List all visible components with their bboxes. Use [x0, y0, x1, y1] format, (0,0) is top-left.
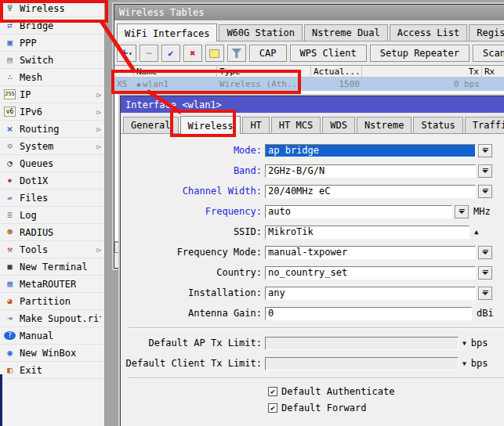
- sidebar-item-mesh[interactable]: ∴ Mesh ▷: [0, 69, 104, 86]
- channel-width-combobox[interactable]: 20/40MHz eC: [265, 185, 476, 198]
- name-column-header[interactable]: Name: [134, 66, 217, 77]
- sidebar-item-label: Partition: [20, 296, 71, 307]
- frequency-mode-dropdown-button[interactable]: [478, 246, 492, 259]
- tab-wifi-interfaces[interactable]: WiFi Interfaces: [117, 23, 217, 42]
- tab-access-list[interactable]: Access List: [390, 24, 467, 41]
- antenna-gain-input[interactable]: 0: [265, 307, 472, 320]
- default-authenticate-label: Default Authenticate: [281, 386, 395, 397]
- sidebar-item-log[interactable]: ≣ Log ▷: [0, 207, 104, 224]
- dropdown-icon[interactable]: ▼: [462, 360, 466, 367]
- installation-label: Installation:: [124, 287, 262, 298]
- band-dropdown-button[interactable]: [478, 164, 492, 178]
- dialog-tab-label: Wireless: [188, 121, 234, 132]
- sidebar-item-metarouter[interactable]: ▦ MetaROUTER ▷: [0, 276, 104, 293]
- system-icon: ⚙: [4, 141, 16, 151]
- remove-button[interactable]: −: [140, 45, 158, 62]
- collapse-up-icon[interactable]: ▲: [474, 228, 478, 236]
- routing-icon: ×: [4, 124, 16, 134]
- dropdown-icon[interactable]: ▼: [462, 340, 466, 347]
- dialog-tab-label: Nstreme: [364, 120, 404, 131]
- sidebar-item-files[interactable]: ▰ Files ▷: [0, 190, 104, 207]
- tab-label: W60G Station: [227, 27, 295, 38]
- default-client-tx-limit-input[interactable]: [265, 357, 459, 370]
- sidebar-item-routing[interactable]: × Routing ▷: [0, 121, 104, 138]
- default-ap-tx-limit-label: Default AP Tx Limit:: [124, 338, 262, 348]
- dialog-tab-traffic[interactable]: Traffic: [465, 117, 504, 133]
- row-type: Wireless (Ath...: [217, 78, 311, 91]
- default-authenticate-checkbox[interactable]: ✔: [268, 387, 277, 396]
- sidebar-item-system[interactable]: ⚙ System ▷: [0, 138, 104, 155]
- tab-registration[interactable]: Registration: [469, 24, 504, 41]
- supout-file-icon: ⇥: [4, 313, 16, 323]
- sidebar-item-tools[interactable]: ⚒ Tools ▷: [0, 241, 104, 258]
- default-forward-label: Default Forward: [281, 403, 366, 413]
- sidebar-item-ipv6[interactable]: v6 IPv6 ▷: [0, 103, 104, 121]
- dialog-tab-wds[interactable]: WDS: [322, 117, 355, 133]
- cap-button[interactable]: CAP: [249, 45, 287, 62]
- type-column-header[interactable]: Type: [217, 66, 311, 77]
- wps-client-button[interactable]: WPS Client: [290, 45, 367, 62]
- enable-button[interactable]: ✔: [161, 45, 180, 62]
- tab-label: Registration: [477, 27, 504, 38]
- sidebar-item-exit[interactable]: ◧ Exit ▷: [0, 362, 104, 379]
- sidebar-item-ppp[interactable]: ▣ PPP ▷: [0, 34, 104, 52]
- ssid-input[interactable]: MikroTik: [265, 226, 470, 239]
- scan-button[interactable]: Scan: [473, 45, 504, 62]
- sidebar-item-ip[interactable]: 255 IP ▷: [0, 86, 104, 103]
- sidebar-item-make-supout[interactable]: ⇥ Make Supout.rif ▷: [0, 310, 104, 327]
- tab-w60g-station[interactable]: W60G Station: [219, 24, 303, 41]
- sidebar-item-queues[interactable]: ◔ Queues ▷: [0, 155, 104, 172]
- dialog-tab-status[interactable]: Status: [413, 117, 462, 133]
- sidebar-item-radius[interactable]: ☻ RADIUS ▷: [0, 224, 104, 241]
- disable-button[interactable]: ✖: [183, 45, 202, 62]
- frequency-combobox[interactable]: auto: [265, 205, 452, 218]
- wireless-tables-titlebar[interactable]: Wireless Tables: [114, 5, 504, 20]
- sidebar-item-manual[interactable]: ? Manual ▷: [0, 327, 104, 345]
- comment-note-icon: [209, 49, 219, 58]
- default-forward-checkbox[interactable]: ✔: [268, 403, 277, 413]
- country-combobox[interactable]: no_country_set: [265, 266, 476, 280]
- frequency-mode-combobox[interactable]: manual-txpower: [265, 246, 476, 259]
- submenu-arrow-icon: ▷: [97, 91, 101, 99]
- sidebar-item-label: Switch: [20, 55, 53, 66]
- actual-mtu-column-header[interactable]: Actual...: [311, 66, 362, 77]
- country-dropdown-button[interactable]: [478, 266, 492, 280]
- add-button[interactable]: + ▾: [117, 45, 136, 62]
- submenu-arrow-icon: ▷: [97, 246, 101, 254]
- dialog-tab-wireless[interactable]: Wireless: [180, 116, 241, 134]
- comment-button[interactable]: [205, 45, 224, 62]
- sidebar-item-label: New WinBox: [20, 348, 76, 359]
- band-label: Band:: [124, 165, 262, 176]
- sidebar-item-wireless[interactable]: Ψ Wireless ▷: [0, 0, 104, 17]
- sidebar-item-partition[interactable]: ◕ Partition ▷: [0, 293, 104, 310]
- default-ap-tx-limit-input[interactable]: [265, 337, 459, 350]
- frequency-dropdown-button[interactable]: [455, 205, 469, 218]
- wireless-tables-title: Wireless Tables: [119, 7, 204, 18]
- sidebar-item-label: Wireless: [20, 3, 65, 14]
- sidebar-item-new-winbox[interactable]: ◉ New WinBox ▷: [0, 345, 104, 362]
- dialog-tab-general[interactable]: General: [123, 117, 179, 133]
- dialog-titlebar[interactable]: Interface <wlan1>: [121, 96, 504, 113]
- setup-repeater-button[interactable]: Setup Repeater: [370, 45, 470, 62]
- installation-combobox[interactable]: any: [265, 287, 476, 300]
- channel-width-dropdown-button[interactable]: [478, 185, 492, 198]
- sidebar-item-new-terminal[interactable]: ■ New Terminal ▷: [0, 258, 104, 276]
- mode-combobox[interactable]: ap bridge: [265, 144, 476, 157]
- sidebar-item-dot1x[interactable]: ◆ Dot1X ▷: [0, 172, 104, 190]
- installation-dropdown-button[interactable]: [478, 287, 492, 300]
- row-actual-mtu: 1500: [311, 78, 362, 91]
- tab-nstreme-dual[interactable]: Nstreme Dual: [304, 24, 388, 41]
- mode-dropdown-button[interactable]: [478, 144, 492, 157]
- tx-column-header[interactable]: Tx: [362, 66, 482, 77]
- filter-button[interactable]: [227, 45, 246, 62]
- band-combobox[interactable]: 2GHz-B/G/N: [265, 164, 476, 178]
- dialog-tab-ht[interactable]: HT: [242, 117, 269, 133]
- dialog-tab-ht-mcs[interactable]: HT MCS: [271, 117, 321, 133]
- sidebar-item-label: Tools: [20, 244, 48, 255]
- sidebar-item-bridge[interactable]: ⇄ Bridge ▷: [0, 17, 104, 34]
- table-row-wlan1[interactable]: XS ◈ wlan1 Wireless (Ath... 1500 0 bps: [114, 78, 504, 91]
- flag-column-header[interactable]: [114, 66, 134, 77]
- rx-column-header[interactable]: Rx: [482, 66, 504, 77]
- sidebar-item-switch[interactable]: ▤ Switch ▷: [0, 52, 104, 69]
- dialog-tab-nstreme[interactable]: Nstreme: [357, 117, 412, 133]
